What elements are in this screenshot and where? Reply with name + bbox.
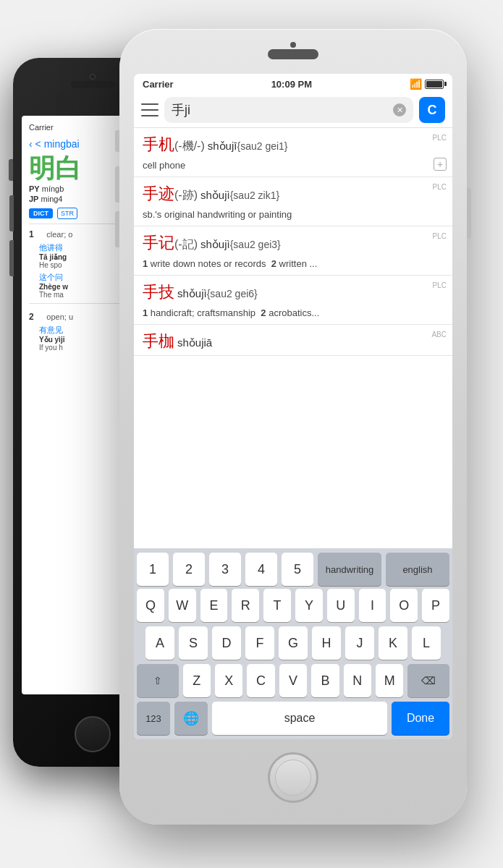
key-k[interactable]: K xyxy=(379,626,407,660)
plc-label-3: PLC xyxy=(433,232,447,240)
result-trad-1: (-機/-) xyxy=(174,139,205,154)
result-item-4[interactable]: PLC 手技 shǒujì {sau2 gei6} 1 handicraft; … xyxy=(134,276,452,325)
result-cantonese-1: {sau2 gei1} xyxy=(237,140,287,152)
key-s[interactable]: S xyxy=(179,626,208,660)
key-t[interactable]: T xyxy=(263,589,291,622)
silent-switch xyxy=(115,130,119,152)
key-2[interactable]: 2 xyxy=(173,553,205,586)
key-c[interactable]: C xyxy=(247,664,274,697)
key-o[interactable]: O xyxy=(390,589,418,622)
black-carrier: Carrier xyxy=(29,123,54,132)
home-button[interactable] xyxy=(268,752,318,803)
hamburger-line-3 xyxy=(141,115,158,116)
key-h[interactable]: H xyxy=(312,626,341,660)
key-u[interactable]: U xyxy=(327,589,355,622)
result-cantonese-2: {sau2 zik1} xyxy=(230,190,280,201)
keyboard-row-numbers: 1 2 3 4 5 handwriting english xyxy=(134,548,452,589)
search-input-text: 手ji xyxy=(172,101,389,119)
shift-key[interactable]: ⇧ xyxy=(137,664,179,697)
handwriting-key[interactable]: handwriting xyxy=(318,553,381,586)
delete-key[interactable]: ⌫ xyxy=(407,664,449,697)
result-main-3: 手记 (-記) shǒujì {sau2 gei3} xyxy=(134,226,452,257)
status-bar: Carrier 10:09 PM 📶 xyxy=(134,74,452,93)
key-g[interactable]: G xyxy=(279,626,308,660)
key-p[interactable]: P xyxy=(422,589,449,622)
keyboard-row-asdf: A S D F G H J K L xyxy=(134,626,452,664)
result-item-5[interactable]: ABC 手枷 shǒujiā xyxy=(134,325,452,356)
key-1[interactable]: 1 xyxy=(137,553,169,586)
plc-label-1: PLC xyxy=(433,134,447,142)
key-e[interactable]: E xyxy=(200,589,228,622)
key-q[interactable]: Q xyxy=(137,589,164,622)
result-main-1: 手机 (-機/-) shǒujī {sau2 gei1} xyxy=(134,128,452,158)
carrier-label: Carrier xyxy=(143,79,174,90)
result-pinyin-2: shǒujì xyxy=(200,189,230,202)
str-badge[interactable]: STR xyxy=(57,208,77,219)
power-btn xyxy=(467,188,471,239)
result-pinyin-3: shǒujì xyxy=(200,238,230,251)
menu-icon[interactable] xyxy=(141,103,158,116)
volume-down-btn xyxy=(115,211,119,247)
key-n[interactable]: N xyxy=(344,664,371,697)
result-main-4: 手技 shǒujì {sau2 gei6} xyxy=(134,276,452,306)
time-label: 10:09 PM xyxy=(271,79,312,90)
clear-button[interactable]: ✕ xyxy=(393,103,406,116)
result-item-1[interactable]: PLC 手机 (-機/-) shǒujī {sau2 gei1} cell ph… xyxy=(134,128,452,177)
key-v[interactable]: V xyxy=(279,664,307,697)
result-pinyin-1: shǒujī xyxy=(208,140,237,153)
dict-badge[interactable]: DICT xyxy=(29,208,53,218)
result-chinese-2: 手迹 xyxy=(143,183,174,205)
result-def-3: 1 write down notes or records 2 written … xyxy=(134,257,452,275)
key-w[interactable]: W xyxy=(169,589,196,622)
globe-key[interactable]: 🌐 xyxy=(174,702,208,735)
key-4[interactable]: 4 xyxy=(245,553,277,586)
hamburger-line-2 xyxy=(141,109,158,111)
plc-label-4: PLC xyxy=(433,281,447,289)
keyboard-row-qwerty: Q W E R T Y U I O P xyxy=(134,589,452,626)
result-chinese-4: 手技 xyxy=(143,281,174,303)
keyboard-bottom-row: 123 🌐 space Done xyxy=(134,702,452,739)
key-m[interactable]: M xyxy=(376,664,403,697)
result-trad-3: (-記) xyxy=(174,237,198,252)
result-def-1: cell phone xyxy=(134,158,452,176)
space-key[interactable]: space xyxy=(212,702,387,735)
key-j[interactable]: J xyxy=(345,626,374,660)
key-3[interactable]: 3 xyxy=(209,553,241,586)
done-key[interactable]: Done xyxy=(392,702,449,735)
front-camera xyxy=(290,42,296,48)
numbers-mode-key[interactable]: 123 xyxy=(137,702,170,735)
key-b[interactable]: B xyxy=(311,664,339,697)
result-cantonese-4: {sau2 gei6} xyxy=(207,288,258,299)
result-chinese-3: 手记 xyxy=(143,232,174,254)
result-chinese-5: 手枷 xyxy=(143,331,174,352)
status-right: 📶 xyxy=(410,78,444,90)
key-y[interactable]: Y xyxy=(295,589,323,622)
result-main-5: 手枷 shǒujiā xyxy=(134,325,452,355)
result-item-3[interactable]: PLC 手记 (-記) shǒujì {sau2 gei3} 1 write d… xyxy=(134,226,452,276)
key-z[interactable]: Z xyxy=(183,664,211,697)
key-d[interactable]: D xyxy=(212,626,241,660)
english-key[interactable]: english xyxy=(386,553,449,586)
key-5[interactable]: 5 xyxy=(282,553,313,586)
result-main-2: 手迹 (-跡) shǒujì {sau2 zik1} xyxy=(134,177,452,208)
white-phone: Carrier 10:09 PM 📶 手ji ✕ C PLC xyxy=(119,29,467,825)
result-item-2[interactable]: PLC 手迹 (-跡) shǒujì {sau2 zik1} sb.'s ori… xyxy=(134,177,452,226)
key-a[interactable]: A xyxy=(145,626,174,660)
result-pinyin-4: shǒujì xyxy=(177,287,207,300)
key-r[interactable]: R xyxy=(232,589,259,622)
key-x[interactable]: X xyxy=(215,664,242,697)
search-input-wrap[interactable]: 手ji ✕ xyxy=(164,97,413,123)
result-chinese-1: 手机 xyxy=(143,134,174,156)
search-bar: 手ji ✕ C xyxy=(134,93,452,128)
key-f[interactable]: F xyxy=(245,626,274,660)
battery-icon xyxy=(425,80,444,89)
key-i[interactable]: I xyxy=(359,589,386,622)
wifi-icon: 📶 xyxy=(410,78,422,90)
key-l[interactable]: L xyxy=(412,626,441,660)
hamburger-line-1 xyxy=(141,103,158,105)
c-button[interactable]: C xyxy=(419,97,445,123)
plus-button-1[interactable]: + xyxy=(434,158,447,171)
abc-label-5: ABC xyxy=(431,331,447,339)
keyboard-row-zxcv: ⇧ Z X C V B N M ⌫ xyxy=(134,664,452,702)
result-trad-2: (-跡) xyxy=(174,188,198,203)
